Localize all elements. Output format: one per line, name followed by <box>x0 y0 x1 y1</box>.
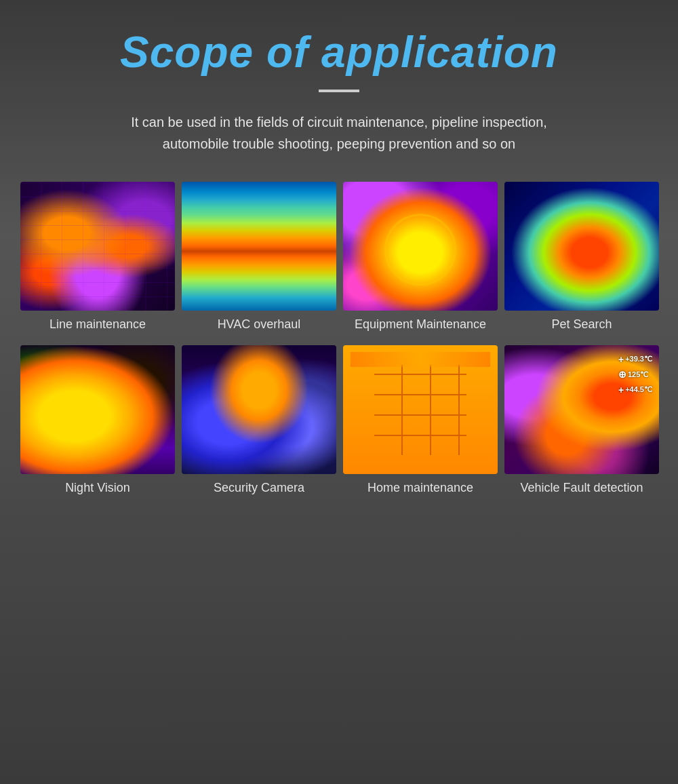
grid-item-home-maintenance: Home maintenance <box>343 345 498 502</box>
vehicle-temp-1: + +39.3℃ <box>618 352 652 367</box>
image-night-vision <box>20 345 175 474</box>
grid-item-night-vision: Night Vision <box>20 345 175 502</box>
label-pet-search: Pet Search <box>504 317 659 338</box>
grid-item-equipment: Equipment Maintenance <box>343 182 498 338</box>
vehicle-temp-overlay: + +39.3℃ ⊕ 125℃ + +44.5℃ <box>618 352 652 397</box>
vehicle-temp-1-value: +39.3℃ <box>625 353 652 366</box>
image-pet-search <box>504 182 659 311</box>
title-divider <box>319 90 359 92</box>
grid-item-hvac: HVAC overhaul <box>182 182 336 338</box>
label-security-camera: Security Camera <box>182 481 336 502</box>
vehicle-temp-2: ⊕ 125℃ <box>618 367 652 382</box>
image-line-maintenance <box>20 182 175 311</box>
vehicle-temp-3-value: +44.5℃ <box>625 384 652 396</box>
image-home-maintenance <box>343 345 498 474</box>
label-night-vision: Night Vision <box>20 481 175 502</box>
vehicle-temp-3: + +44.5℃ <box>618 383 652 397</box>
grid-item-line-maintenance: Line maintenance <box>20 182 175 338</box>
grid-item-vehicle-fault: + +39.3℃ ⊕ 125℃ + +44.5℃ Vehicle Fault d… <box>504 345 659 502</box>
label-hvac: HVAC overhaul <box>182 317 336 338</box>
image-vehicle-fault: + +39.3℃ ⊕ 125℃ + +44.5℃ <box>504 345 659 474</box>
grid-item-pet-search: Pet Search <box>504 182 659 338</box>
page-subtitle: It can be used in the fields of circuit … <box>108 111 570 155</box>
image-security-camera <box>182 345 336 474</box>
image-equipment <box>343 182 498 311</box>
grid-item-security-camera: Security Camera <box>182 345 336 502</box>
label-home-maintenance: Home maintenance <box>343 481 498 502</box>
label-equipment: Equipment Maintenance <box>343 317 498 338</box>
label-vehicle-fault: Vehicle Fault detection <box>504 481 659 502</box>
image-hvac <box>182 182 336 311</box>
label-line-maintenance: Line maintenance <box>20 317 175 338</box>
application-grid: Line maintenance HVAC overhaul Equipment… <box>20 182 658 515</box>
vehicle-temp-2-value: 125℃ <box>628 369 648 381</box>
page-title: Scope of application <box>120 27 558 77</box>
page-container: Scope of application It can be used in t… <box>0 0 678 784</box>
